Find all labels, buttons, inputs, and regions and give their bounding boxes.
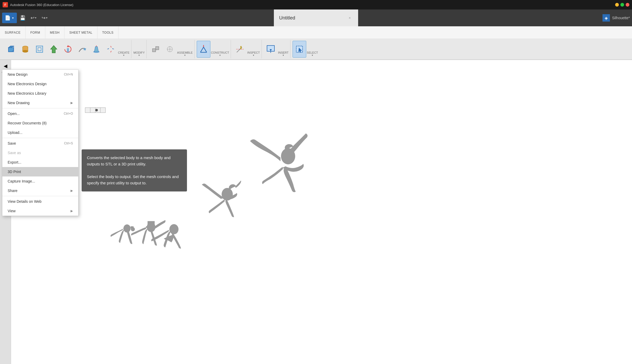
- file-dropdown-arrow: ▼: [12, 17, 14, 19]
- frame-btn[interactable]: [33, 41, 46, 58]
- silhouette-icon: ◈: [603, 14, 610, 22]
- icon-bar: CREATE ▼ MODIFY ▼ ASSEMBLE ▼: [0, 39, 632, 60]
- move-btn[interactable]: [104, 41, 117, 58]
- construct-group-label[interactable]: CONSTRUCT ▼: [211, 41, 229, 58]
- menu-save[interactable]: Save Ctrl+S: [2, 139, 78, 148]
- cylinder-btn[interactable]: [18, 41, 32, 58]
- svg-point-58: [95, 109, 98, 112]
- menu-new-drawing[interactable]: New Drawing ▶: [2, 98, 78, 108]
- undo-dropdown-arrow[interactable]: ▼: [34, 17, 37, 19]
- tab-tools[interactable]: TOOLS: [97, 26, 118, 39]
- app-icon: F: [3, 2, 8, 7]
- tab-surface[interactable]: SURFACE: [0, 26, 26, 39]
- select-btn[interactable]: [293, 41, 306, 58]
- insert-icon: [266, 44, 275, 54]
- menu-new-electronics-library[interactable]: New Electronics Library: [2, 89, 78, 98]
- construct-btn[interactable]: [197, 41, 210, 58]
- select-icon: [295, 44, 304, 54]
- tab-sheet-metal[interactable]: SHEET METAL: [65, 26, 97, 39]
- menu-view-details[interactable]: View Details on Web: [2, 197, 78, 206]
- svg-marker-15: [94, 47, 98, 52]
- inspect-btn[interactable]: [233, 41, 247, 58]
- peter-pan-large: [250, 133, 308, 192]
- assemble-btn2[interactable]: [163, 41, 177, 58]
- assemble-group: ASSEMBLE ▼: [147, 40, 195, 58]
- undo-button[interactable]: ↩ ▼: [28, 13, 39, 23]
- close-btn[interactable]: [626, 3, 629, 7]
- svg-marker-2: [8, 46, 14, 48]
- menu-sep-1: [2, 108, 78, 108]
- redo-icon: ↪: [42, 15, 46, 21]
- frame-icon: [35, 44, 44, 54]
- inspect-group-label[interactable]: INSPECT ▼: [247, 41, 260, 58]
- construct-icon: [199, 44, 208, 54]
- box-icon: [6, 44, 16, 54]
- menu-export[interactable]: Export...: [2, 158, 78, 167]
- loft-icon: [92, 44, 101, 54]
- menu-capture[interactable]: Capture Image...: [2, 176, 78, 186]
- window-tab-close[interactable]: ×: [349, 16, 353, 20]
- cylinder-icon: [21, 44, 30, 54]
- svg-marker-20: [111, 48, 114, 49]
- menu-save-as: Save as: [2, 148, 78, 158]
- loft-btn[interactable]: [90, 41, 103, 58]
- maximize-btn[interactable]: [620, 3, 624, 7]
- move-icon: [106, 44, 115, 54]
- extrude-btn[interactable]: [47, 41, 61, 58]
- svg-marker-17: [111, 46, 112, 49]
- construct-group: CONSTRUCT ▼: [195, 40, 231, 58]
- svg-point-42: [169, 224, 179, 234]
- insert-group-label[interactable]: INSERT ▼: [278, 41, 289, 58]
- assemble-btn1[interactable]: [149, 41, 162, 58]
- silhouette-label: Silhouette*: [612, 16, 630, 20]
- menu-recover[interactable]: Recover Documents (8): [2, 118, 78, 128]
- file-button[interactable]: 📄 ▼: [2, 13, 17, 23]
- svg-rect-22: [156, 47, 159, 50]
- tooltip-line4: Select the body to output. Set the mesh …: [87, 174, 182, 180]
- file-icon: 📄: [5, 15, 11, 21]
- tooltip-3d-print: Converts the selected body to a mesh bod…: [82, 149, 187, 191]
- box-btn[interactable]: [4, 41, 18, 58]
- ribbon-tabs: SURFACE FORM MESH SHEET METAL TOOLS: [0, 26, 632, 39]
- create-group-label[interactable]: CREATE ▼: [118, 41, 130, 58]
- app-title: Autodesk Fusion 360 (Education License): [10, 3, 73, 7]
- menu-open[interactable]: Open... Ctrl+O: [2, 109, 78, 118]
- window-tab-title: Untitled: [279, 15, 295, 21]
- file-dropdown-menu: New Design Ctrl+N New Electronics Design…: [2, 69, 78, 216]
- inspect-icon: [235, 44, 245, 54]
- save-button[interactable]: 💾: [17, 13, 28, 23]
- assemble-group-label[interactable]: ASSEMBLE ▼: [177, 41, 193, 58]
- menu-upload[interactable]: Upload...: [2, 128, 78, 137]
- sweep-btn[interactable]: [75, 41, 89, 58]
- menu-share[interactable]: Share ▶: [2, 186, 78, 195]
- select-group-label[interactable]: SELECT ▼: [307, 41, 318, 58]
- svg-marker-10: [51, 46, 57, 53]
- svg-rect-12: [67, 48, 69, 52]
- svg-point-5: [23, 50, 28, 52]
- tab-form[interactable]: FORM: [26, 26, 45, 39]
- redo-dropdown-arrow[interactable]: ▼: [46, 17, 48, 19]
- save-icon: 💾: [20, 15, 26, 21]
- insert-group: INSERT ▼: [262, 40, 290, 58]
- measure-bar: [85, 108, 105, 113]
- menu-new-electronics-design[interactable]: New Electronics Design: [2, 79, 78, 89]
- main-toolbar: 📄 ▼ 💾 ↩ ▼ ↪ ▼ Untitled × ◈ Silhouette*: [0, 9, 632, 26]
- tooltip-line1: Converts the selected body to a mesh bod…: [87, 155, 182, 161]
- silhouette-viewport: [0, 60, 632, 364]
- modify-group-label[interactable]: MODIFY ▼: [134, 41, 145, 58]
- revolve-btn[interactable]: [61, 41, 75, 58]
- svg-rect-9: [38, 48, 41, 51]
- extrude-icon: [49, 44, 58, 54]
- redo-button[interactable]: ↪ ▼: [39, 13, 50, 23]
- svg-point-49: [131, 226, 132, 228]
- window-tab: Untitled ×: [274, 9, 358, 26]
- menu-3d-print[interactable]: 3D Print: [2, 167, 78, 176]
- insert-btn[interactable]: [264, 41, 278, 58]
- tab-mesh[interactable]: MESH: [45, 26, 65, 39]
- menu-new-design[interactable]: New Design Ctrl+N: [2, 70, 78, 79]
- john-figure: [131, 220, 166, 246]
- svg-rect-34: [240, 46, 241, 49]
- tooltip-line5: specify the print utility to output to.: [87, 180, 182, 186]
- menu-view[interactable]: View ▶: [2, 206, 78, 216]
- minimize-btn[interactable]: [615, 3, 619, 7]
